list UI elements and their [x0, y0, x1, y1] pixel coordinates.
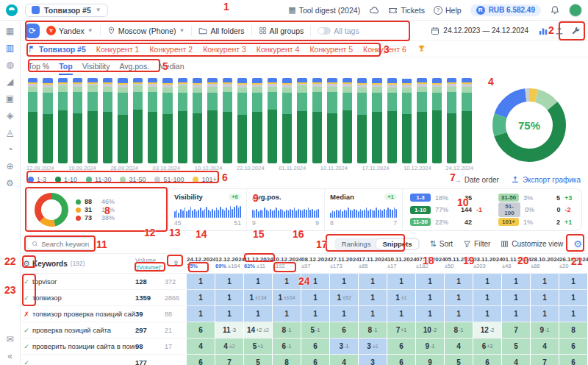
rank-cell[interactable]: 6-1 [273, 339, 301, 354]
rank-cell[interactable]: 1 [416, 306, 445, 322]
keyword-cell[interactable]: проверить позиции сайта в поисковиках [32, 339, 135, 354]
date-column-header[interactable]: 03.11.2024±203 [473, 254, 502, 273]
table-row[interactable]: ✓17767586436956476 [21, 355, 588, 365]
rank-cell[interactable]: 5 [502, 339, 531, 354]
rank-cell[interactable]: 3 [359, 355, 387, 365]
sidebar-positions-icon[interactable]: ▥ [6, 43, 14, 52]
competitor-tab-4[interactable]: Конкурент 4 [257, 45, 300, 54]
customize-view-button[interactable]: Customize view [501, 240, 563, 248]
columns-gear-icon[interactable]: ⚙ [21, 254, 32, 273]
rank-cell[interactable]: 1 [387, 274, 416, 289]
rank-cell[interactable]: 6 [330, 322, 359, 338]
sidebar-structure-icon[interactable]: ⊕ [6, 162, 13, 171]
view-tab-avg-pos-[interactable]: Avg.pos. [119, 57, 149, 75]
rank-cell[interactable]: 1 [416, 290, 445, 305]
rank-cell[interactable]: 1 [445, 306, 473, 322]
rank-cell[interactable]: 1 [330, 306, 359, 322]
date-column-header[interactable]: 08.12.2024±97 [301, 254, 330, 273]
sidebar-ideas-icon[interactable]: ◍ [6, 60, 13, 69]
rank-cell[interactable]: 1 [244, 306, 273, 322]
rank-cell[interactable]: 10-2 [416, 322, 445, 338]
rank-cell[interactable]: 1 [187, 306, 215, 322]
date-column-header[interactable]: 17.11.2024±85 [359, 254, 387, 273]
impressions-header[interactable] [165, 254, 187, 273]
table-row[interactable]: ✗топвизор проверка позиций сайта39881111… [21, 306, 588, 322]
date-column-header[interactable]: 05.11.2024±50 [445, 254, 473, 273]
tab-snippets[interactable]: Snippets [376, 239, 417, 249]
median-panel[interactable]: Median +1 8 7 [324, 189, 402, 230]
rank-cell[interactable]: 6+3 [473, 339, 502, 354]
settings-wrench-button[interactable] [570, 26, 581, 36]
balance-button[interactable]: R RUB 6.582.49 [470, 4, 541, 16]
date-column-header[interactable]: 11.12.202462%±11 [244, 254, 273, 273]
rank-cell[interactable]: 7+1 [387, 322, 416, 338]
tickets-link[interactable]: Tickets [388, 5, 425, 15]
rank-cell[interactable]: 4 [445, 339, 473, 354]
date-column-header[interactable]: 24.12.202475% [187, 254, 215, 273]
rank-cell[interactable]: 1 [187, 290, 215, 305]
date-column-header[interactable]: 10.11.2024±17 [387, 254, 416, 273]
rank-cell[interactable]: 6 [187, 355, 215, 365]
keywords-header[interactable]: Keywords (192) [32, 254, 135, 273]
rank-cell[interactable]: 1 [531, 274, 559, 289]
date-column-header[interactable]: 01.11.2024±48 [502, 254, 531, 273]
keyword-cell[interactable]: топвизор [32, 290, 135, 305]
rank-cell[interactable]: 3±1 [359, 339, 387, 354]
rank-cell[interactable]: 1 [531, 290, 559, 305]
rank-cell[interactable]: 7 [215, 355, 244, 365]
filter-button[interactable]: Filter [463, 240, 490, 248]
rank-cell[interactable]: 8 [559, 322, 588, 338]
rank-cell[interactable]: 1 [215, 274, 244, 289]
help-link[interactable]: ? Help [434, 6, 462, 15]
rank-cell[interactable]: 9-1 [531, 322, 559, 338]
competitor-tab-3[interactable]: Конкурент 3 [203, 45, 246, 54]
view-tab-top[interactable]: Top [59, 57, 72, 75]
sidebar-projects-icon[interactable]: ▣ [6, 94, 14, 103]
rank-cell[interactable]: 1 [445, 290, 473, 305]
rank-cell[interactable]: 1 [359, 290, 387, 305]
rank-cell[interactable]: 5 [445, 355, 473, 365]
rank-cell[interactable]: 1 [416, 274, 445, 289]
bell-icon[interactable] [550, 5, 560, 15]
status-check-icon[interactable]: ✓ [21, 339, 32, 354]
view-tab-top-[interactable]: Top % [28, 57, 49, 75]
avgpos-panel[interactable]: Avg.pos. 9 9 [246, 189, 324, 230]
rank-cell[interactable]: 1 [244, 274, 273, 289]
rank-cell[interactable]: 1 [559, 274, 588, 289]
groups-selector[interactable]: All groups [259, 26, 304, 35]
keyword-cell[interactable]: проверка позиций сайта [32, 322, 135, 338]
date-column-header[interactable]: 10.12.2024±192 [273, 254, 301, 273]
rank-cell[interactable]: 1 [387, 306, 416, 322]
rank-cell[interactable]: 1 [502, 290, 531, 305]
table-row[interactable]: ✓проверить позиции сайта в поисковиках98… [21, 339, 588, 355]
legend-item[interactable]: 1-3 [28, 176, 46, 183]
tab-rankings[interactable]: Rankings [336, 239, 377, 249]
legend-item[interactable]: 51-100 [154, 176, 184, 183]
rank-cell[interactable]: 11-3 [215, 322, 244, 338]
rank-cell[interactable]: 1 [559, 306, 588, 322]
legend-item[interactable]: 31-50 [120, 176, 146, 183]
status-check-icon[interactable]: ✓ [21, 355, 32, 365]
keyword-cell[interactable] [32, 355, 135, 365]
project-selector[interactable]: Топвизор #5 ▼ [25, 4, 108, 17]
rank-cell[interactable]: 1 [330, 274, 359, 289]
rank-cell[interactable]: 6 [387, 355, 416, 365]
rank-cell[interactable]: 6 [301, 339, 330, 354]
sort-button[interactable]: ⇅ Sort [430, 239, 453, 249]
trophy-icon[interactable] [417, 44, 426, 54]
rank-cell[interactable]: 1 [473, 290, 502, 305]
sidebar-audience-icon[interactable]: ◔ [7, 145, 12, 154]
export-button[interactable] [554, 26, 564, 36]
rank-cell[interactable]: 5 [244, 355, 273, 365]
rank-cell[interactable]: 4 [187, 339, 215, 354]
avatar[interactable] [569, 4, 582, 17]
legend-item[interactable]: 101+ [193, 176, 216, 183]
sidebar-chat-icon[interactable]: ✉ [6, 335, 13, 344]
rank-cell[interactable]: 12-2 [473, 322, 502, 338]
sidebar-collapse-icon[interactable]: « [7, 352, 12, 361]
sidebar-apps-icon[interactable]: ▦ [6, 26, 14, 35]
volume-header[interactable]: Volume "[Volume]" [135, 254, 165, 273]
rank-cell[interactable]: 7 [531, 355, 559, 365]
rank-cell[interactable]: 1 [531, 306, 559, 322]
date-column-header[interactable]: 26.10.2024±20 [559, 254, 588, 273]
